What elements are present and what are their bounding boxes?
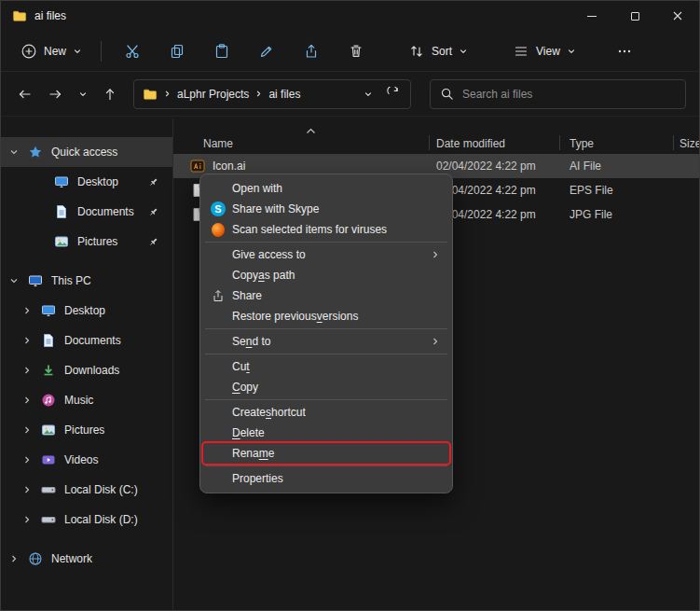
menu-item-open-with[interactable]: Open with <box>203 178 449 199</box>
refresh-button[interactable] <box>383 80 402 108</box>
column-divider[interactable] <box>429 135 430 150</box>
search-input[interactable] <box>462 88 676 101</box>
menu-item-give-access-to[interactable]: Give access to <box>203 244 449 265</box>
close-button[interactable] <box>656 1 699 31</box>
maximize-button[interactable] <box>613 1 656 31</box>
minimize-icon <box>587 16 597 17</box>
disk-drive-icon <box>41 482 56 497</box>
forward-arrow-icon <box>48 87 63 102</box>
this-pc-icon <box>28 273 43 288</box>
menu-item-delete[interactable]: Delete <box>203 423 449 443</box>
paste-button[interactable] <box>201 35 242 67</box>
menu-item-create-shortcut[interactable]: Create shortcut <box>203 402 449 423</box>
delete-button[interactable] <box>336 35 377 67</box>
window-title: ai files <box>34 9 66 22</box>
sidebar-item-pictures-pinned[interactable]: Pictures <box>1 227 172 257</box>
rename-pencil-icon <box>258 43 275 60</box>
sidebar-item-label: Quick access <box>51 146 117 159</box>
menu-item-cut[interactable]: Cut <box>203 356 449 377</box>
sidebar-item-music[interactable]: Music <box>1 385 172 415</box>
toolbar-divider <box>101 41 102 62</box>
recent-locations-button[interactable] <box>74 80 92 108</box>
menu-item-properties[interactable]: Properties <box>203 468 449 489</box>
minimize-button[interactable] <box>570 1 613 31</box>
sidebar-item-label: Network <box>51 552 92 565</box>
rename-button[interactable] <box>246 35 287 67</box>
breadcrumb-chevron-icon <box>163 90 172 98</box>
menu-item-restore-previous-versions[interactable]: Restore previous versions <box>203 306 449 326</box>
menu-separator <box>205 354 447 354</box>
sidebar-item-this-pc[interactable]: This PC <box>1 266 172 296</box>
folder-icon <box>143 87 158 102</box>
sidebar-item-local-disk-c[interactable]: Local Disk (C:) <box>1 475 172 505</box>
quick-access-star-icon <box>28 145 43 160</box>
sidebar-item-documents[interactable]: Documents <box>1 326 172 355</box>
sidebar-item-desktop[interactable]: Desktop <box>1 296 172 326</box>
disk-drive-icon <box>41 512 56 527</box>
see-more-button[interactable] <box>604 35 645 67</box>
sort-button[interactable]: Sort <box>399 36 477 66</box>
sidebar-item-local-disk-d[interactable]: Local Disk (D:) <box>1 505 172 535</box>
menu-item-rename[interactable]: Rename <box>203 443 449 464</box>
menu-item-copy-as-path[interactable]: Copy as path <box>203 265 449 285</box>
chevron-right-icon <box>21 306 33 315</box>
sidebar-item-pictures[interactable]: Pictures <box>1 415 172 445</box>
documents-icon <box>41 333 56 348</box>
column-header-date-modified[interactable]: Date modified <box>436 137 505 150</box>
address-dropdown-button[interactable] <box>359 80 377 108</box>
forward-button[interactable] <box>42 80 70 108</box>
trash-icon <box>348 43 364 60</box>
explorer-window: ai files New <box>0 0 700 611</box>
view-label: View <box>536 45 560 58</box>
sidebar-item-quick-access[interactable]: Quick access <box>1 137 172 167</box>
chevron-down-icon <box>8 276 20 285</box>
menu-item-share-with-skype[interactable]: S Share with Skype <box>203 199 449 219</box>
column-divider[interactable] <box>559 135 560 150</box>
menu-item-copy[interactable]: Copy <box>203 377 449 397</box>
desktop-monitor-icon <box>41 303 56 318</box>
new-button[interactable]: New <box>10 36 92 66</box>
menu-item-send-to[interactable]: Send to <box>203 331 449 352</box>
column-header-name[interactable]: Name <box>203 137 233 150</box>
view-button[interactable]: View <box>503 36 585 66</box>
sidebar-item-videos[interactable]: Videos <box>1 445 172 475</box>
share-button[interactable] <box>291 35 332 67</box>
sidebar-item-network[interactable]: Network <box>1 544 172 574</box>
sidebar-item-label: Local Disk (D:) <box>64 513 138 526</box>
file-type: AI File <box>570 160 601 173</box>
sort-label: Sort <box>432 45 452 58</box>
sidebar-item-desktop-pinned[interactable]: Desktop <box>1 167 172 197</box>
sidebar-item-downloads[interactable]: Downloads <box>1 355 172 385</box>
sidebar-item-label: Pictures <box>77 235 117 248</box>
ai-file-icon <box>190 159 205 174</box>
copy-button[interactable] <box>157 35 198 67</box>
music-icon <box>41 393 56 408</box>
chevron-right-icon <box>21 485 33 494</box>
up-button[interactable] <box>96 80 124 108</box>
sort-ascending-icon <box>306 125 316 138</box>
sidebar-item-label: Desktop <box>77 175 118 188</box>
folder-icon <box>12 8 27 23</box>
back-button[interactable] <box>10 80 38 108</box>
sidebar-item-documents-pinned[interactable]: Documents <box>1 197 172 227</box>
column-divider[interactable] <box>673 135 674 150</box>
view-list-icon <box>513 43 529 60</box>
sidebar-item-label: Downloads <box>64 364 119 377</box>
breadcrumb-segment-ai-files[interactable]: ai files <box>268 88 300 101</box>
search-box[interactable] <box>430 79 686 109</box>
address-bar[interactable]: aLphr Projects ai files <box>133 79 411 109</box>
navigation-bar: aLphr Projects ai files <box>1 72 699 117</box>
menu-separator <box>205 465 447 466</box>
ellipsis-icon <box>616 43 633 60</box>
menu-item-scan-for-viruses[interactable]: Scan selected items for viruses <box>203 219 449 240</box>
sidebar-item-label: Pictures <box>64 424 104 437</box>
file-name: Icon.ai <box>213 160 245 173</box>
column-header-size[interactable]: Size <box>679 137 699 150</box>
column-header-type[interactable]: Type <box>570 137 594 150</box>
copy-icon <box>169 43 185 60</box>
breadcrumb-chevron-icon <box>254 90 263 98</box>
cut-button[interactable] <box>112 35 153 67</box>
breadcrumb-segment-alphr-projects[interactable]: aLphr Projects <box>177 88 249 101</box>
share-icon <box>211 288 226 303</box>
menu-item-share[interactable]: Share <box>203 285 449 306</box>
